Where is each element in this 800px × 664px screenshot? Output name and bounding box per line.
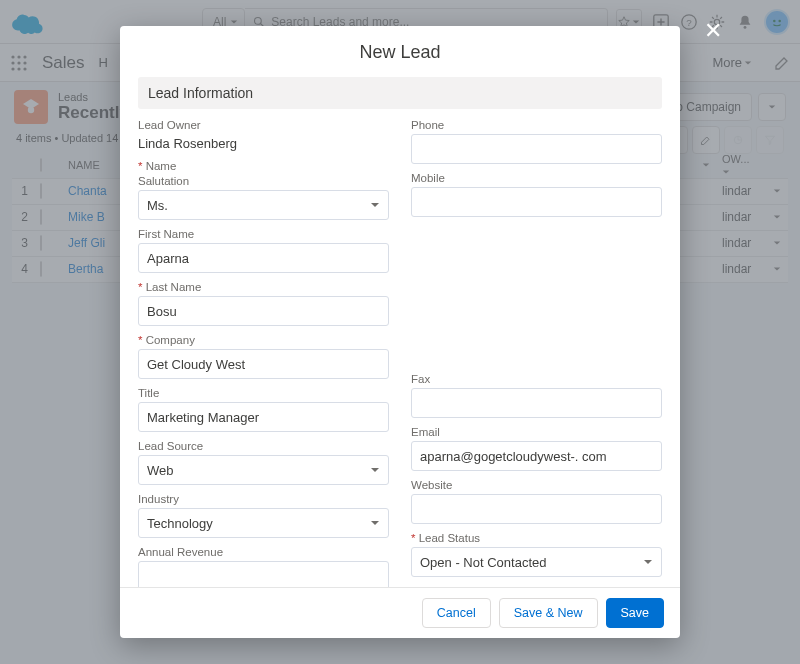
save-button[interactable]: Save (606, 598, 665, 628)
lead-status-value: Open - Not Contacted (420, 555, 546, 570)
industry-select[interactable]: Technology (138, 508, 389, 538)
label-annual-revenue: Annual Revenue (138, 546, 389, 558)
form-col-left: Lead Owner Linda Rosenberg Name Salutati… (138, 119, 389, 587)
label-company: Company (138, 334, 389, 346)
caret-down-icon (643, 557, 653, 567)
cancel-button[interactable]: Cancel (422, 598, 491, 628)
website-input[interactable] (411, 494, 662, 524)
label-name: Name (138, 160, 389, 172)
label-email: Email (411, 426, 662, 438)
section-lead-information: Lead Information (138, 77, 662, 109)
lead-status-select[interactable]: Open - Not Contacted (411, 547, 662, 577)
label-title: Title (138, 387, 389, 399)
mobile-input[interactable] (411, 187, 662, 217)
label-salutation: Salutation (138, 175, 389, 187)
label-website: Website (411, 479, 662, 491)
label-first-name: First Name (138, 228, 389, 240)
modal-title: New Lead (120, 26, 680, 77)
modal-close-button[interactable]: ✕ (704, 18, 722, 44)
caret-down-icon (370, 200, 380, 210)
new-lead-modal: New Lead Lead Information Lead Owner Lin… (120, 26, 680, 638)
first-name-input[interactable] (138, 243, 389, 273)
caret-down-icon (370, 518, 380, 528)
lead-source-select[interactable]: Web (138, 455, 389, 485)
modal-backdrop[interactable]: ✕ New Lead Lead Information Lead Owner L… (0, 0, 800, 664)
lead-source-value: Web (147, 463, 174, 478)
label-phone: Phone (411, 119, 662, 131)
salutation-value: Ms. (147, 198, 168, 213)
email-input[interactable] (411, 441, 662, 471)
label-lead-owner: Lead Owner (138, 119, 389, 131)
form-col-right: Phone Mobile Fax Email (411, 119, 662, 587)
caret-down-icon (370, 465, 380, 475)
label-mobile: Mobile (411, 172, 662, 184)
modal-footer: Cancel Save & New Save (120, 587, 680, 638)
company-input[interactable] (138, 349, 389, 379)
label-industry: Industry (138, 493, 389, 505)
industry-value: Technology (147, 516, 213, 531)
label-lead-source: Lead Source (138, 440, 389, 452)
annual-revenue-input[interactable] (138, 561, 389, 587)
phone-input[interactable] (411, 134, 662, 164)
label-lead-status: Lead Status (411, 532, 662, 544)
modal-body[interactable]: Lead Information Lead Owner Linda Rosenb… (120, 77, 680, 587)
title-input[interactable] (138, 402, 389, 432)
salutation-select[interactable]: Ms. (138, 190, 389, 220)
label-last-name: Last Name (138, 281, 389, 293)
save-and-new-button[interactable]: Save & New (499, 598, 598, 628)
last-name-input[interactable] (138, 296, 389, 326)
fax-input[interactable] (411, 388, 662, 418)
value-lead-owner: Linda Rosenberg (138, 136, 237, 151)
label-fax: Fax (411, 373, 662, 385)
label-rating: Rating (411, 585, 662, 587)
